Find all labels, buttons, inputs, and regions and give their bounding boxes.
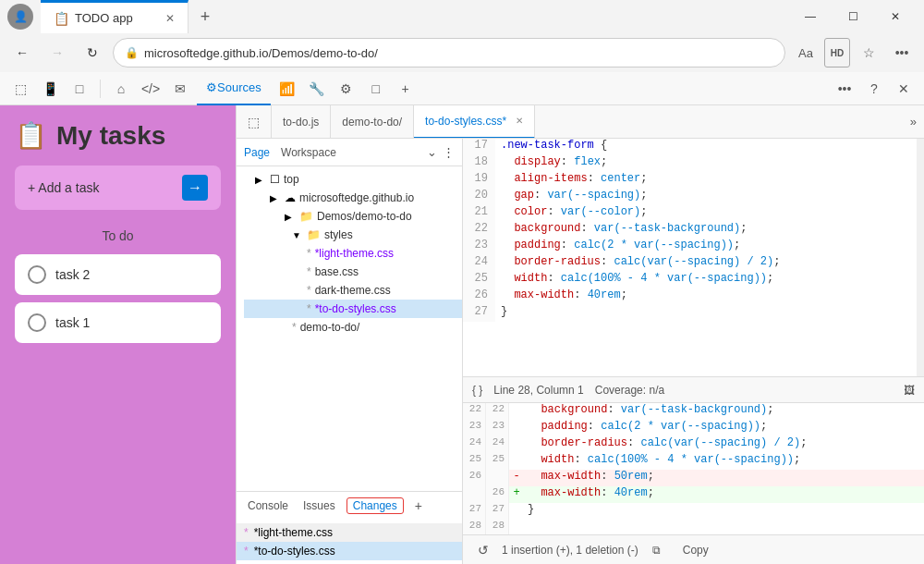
tree-label-top: top xyxy=(284,173,299,186)
file-tree-content: ▶ ☐ top ▶ ☁ microsoftedge.github.io ▶ 📁 xyxy=(237,166,462,491)
diff-num-24-r: 24 xyxy=(486,436,509,453)
tree-item-styles[interactable]: ▼ 📁 styles xyxy=(244,226,462,244)
diff-footer: ↺ 1 insertion (+), 1 deletion (-) ⧉ Copy xyxy=(463,534,924,564)
source-tab-styles[interactable]: to-do-styles.css* ✕ xyxy=(414,105,535,139)
changes-tab[interactable]: Changes xyxy=(346,497,404,514)
add-tool-button[interactable]: + xyxy=(393,76,419,102)
task-checkbox-1[interactable] xyxy=(28,313,46,332)
perf-button[interactable]: 🔧 xyxy=(304,76,330,102)
diff-num-27-r: 27 xyxy=(486,503,509,520)
maximize-button[interactable]: ☐ xyxy=(832,0,874,33)
copy-button[interactable]: Copy xyxy=(675,542,716,558)
line-code-22: background: var(--task-background); xyxy=(495,222,924,239)
task-checkbox-2[interactable] xyxy=(28,265,46,284)
source-tab-demotodo[interactable]: demo-to-do/ xyxy=(331,105,414,139)
todo-app-icon: 📋 xyxy=(15,120,47,151)
devtools-panel: ⬚ to-do.js demo-to-do/ to-do-styles.css*… xyxy=(236,105,924,564)
favorites-button[interactable]: ☆ xyxy=(854,38,883,67)
bottom-tabs: Console Issues Changes + xyxy=(237,492,462,520)
wifi-button[interactable]: 📶 xyxy=(274,76,300,102)
line-code-23: padding: calc(2 * var(--spacing)); xyxy=(495,239,924,255)
tree-item-styles-css[interactable]: * *to-do-styles.css xyxy=(244,300,462,318)
tree-arrow-styles: ▼ xyxy=(292,230,303,240)
diff-code-24: border-radius: calc(var(--spacing) / 2); xyxy=(524,436,924,453)
diff-marker-25 xyxy=(509,453,524,470)
code-content[interactable]: 17 .new-task-form { 18 display: flex; 19… xyxy=(463,139,924,376)
changed-file-light[interactable]: * *light-theme.css xyxy=(237,523,462,542)
tree-item-demotodo[interactable]: * demo-to-do/ xyxy=(244,318,462,337)
add-task-button[interactable]: + Add a task → xyxy=(15,166,221,210)
copy-label: Copy xyxy=(683,544,709,557)
tree-item-domain[interactable]: ▶ ☁ microsoftedge.github.io xyxy=(237,189,462,207)
main-content: 📋 My tasks + Add a task → To do task 2 t… xyxy=(0,105,924,564)
file-tree-more[interactable]: ⌄ xyxy=(427,145,437,159)
revert-button[interactable]: ↺ xyxy=(472,539,494,561)
network-icon-btn[interactable]: ✉ xyxy=(167,76,193,102)
file-icon-styles-css: * xyxy=(307,302,311,315)
tree-item-base[interactable]: * base.css xyxy=(244,263,462,281)
folder-icon-styles: 📁 xyxy=(307,228,321,241)
code-scrollbar[interactable] xyxy=(917,139,924,376)
add-panel-button[interactable]: + xyxy=(415,498,422,513)
hd-button[interactable]: HD xyxy=(824,38,850,67)
device-emulation-button[interactable]: 📱 xyxy=(37,76,63,102)
sources-tab[interactable]: ⚙ Sources xyxy=(197,72,271,105)
code-button[interactable]: </> xyxy=(138,76,164,102)
more-tools-button[interactable]: ••• xyxy=(832,76,857,102)
diff-line-23: 23 23 padding: calc(2 * var(--spacing)); xyxy=(463,420,924,436)
diff-panel: 22 22 background: var(--task-background)… xyxy=(463,402,924,564)
changed-files-list: * *light-theme.css * *to-do-styles.css xyxy=(237,520,462,564)
add-task-arrow-icon: → xyxy=(182,175,208,201)
diff-marker-26-minus: - xyxy=(509,470,524,486)
page-tab[interactable]: Page xyxy=(244,146,270,159)
refresh-button[interactable]: ↻ xyxy=(78,38,107,67)
search-button[interactable]: □ xyxy=(67,76,92,102)
settings-button[interactable]: ⚙ xyxy=(334,76,359,102)
changed-file-styles[interactable]: * *to-do-styles.css xyxy=(237,542,462,560)
url-bar[interactable]: 🔒 microsoftedge.github.io/Demos/demo-to-… xyxy=(113,38,785,67)
line-num-20: 20 xyxy=(463,189,495,205)
file-tree-menu[interactable]: ⋮ xyxy=(443,145,455,159)
tab-close-button[interactable]: ✕ xyxy=(165,12,175,25)
line-num-19: 19 xyxy=(463,172,495,189)
workspace-tab[interactable]: Workspace xyxy=(281,146,336,159)
line-code-21: color: var(--color); xyxy=(495,205,924,222)
new-tab-button[interactable]: + xyxy=(188,0,222,33)
help-button[interactable]: ? xyxy=(861,76,887,102)
console-tab[interactable]: Console xyxy=(244,499,292,512)
source-tab-sidebar[interactable]: ⬚ xyxy=(237,105,272,139)
line-num-26: 26 xyxy=(463,288,495,305)
diff-num-26-l-empty xyxy=(463,486,486,503)
devtools-close-button[interactable]: ✕ xyxy=(891,76,917,102)
back-button[interactable]: ← xyxy=(7,38,37,67)
read-aloud-button[interactable]: Aa xyxy=(791,38,821,67)
tab-favicon: 📋 xyxy=(54,11,69,26)
source-tab-todojs[interactable]: to-do.js xyxy=(272,105,331,139)
browser-tab[interactable]: 📋 TODO app ✕ xyxy=(41,0,188,33)
tree-item-light[interactable]: * *light-theme.css xyxy=(244,244,462,263)
tree-item-top[interactable]: ▶ ☐ top xyxy=(237,170,462,189)
diff-num-26-l: 26 xyxy=(463,470,486,486)
screenshot-icon[interactable]: 🖼 xyxy=(904,384,915,397)
minimize-button[interactable]: — xyxy=(789,0,832,33)
tree-item-dark[interactable]: * dark-theme.css xyxy=(244,281,462,300)
diff-num-26-r: 26 xyxy=(486,486,509,503)
issues-tab[interactable]: Issues xyxy=(299,499,339,512)
forward-button[interactable]: → xyxy=(43,38,72,67)
code-line-19: 19 align-items: center; xyxy=(463,172,924,189)
diff-num-22-l: 22 xyxy=(463,403,486,420)
home-button[interactable]: ⌂ xyxy=(108,76,134,102)
close-button[interactable]: ✕ xyxy=(874,0,917,33)
diff-line-22: 22 22 background: var(--task-background)… xyxy=(463,403,924,420)
secure-icon: 🔒 xyxy=(125,46,139,59)
device-button2[interactable]: □ xyxy=(363,76,389,102)
folder-icon-demos: 📁 xyxy=(299,210,313,223)
diff-code-28 xyxy=(524,520,924,534)
copy-icon-button[interactable]: ⧉ xyxy=(646,539,668,561)
inspect-element-button[interactable]: ⬚ xyxy=(7,76,33,102)
diff-code-27: } xyxy=(524,503,924,520)
more-tabs-button[interactable]: » xyxy=(903,115,924,129)
tree-item-demos[interactable]: ▶ 📁 Demos/demo-to-do xyxy=(237,207,462,226)
source-tab-styles-close[interactable]: ✕ xyxy=(516,116,523,126)
more-button[interactable]: ••• xyxy=(887,38,917,67)
